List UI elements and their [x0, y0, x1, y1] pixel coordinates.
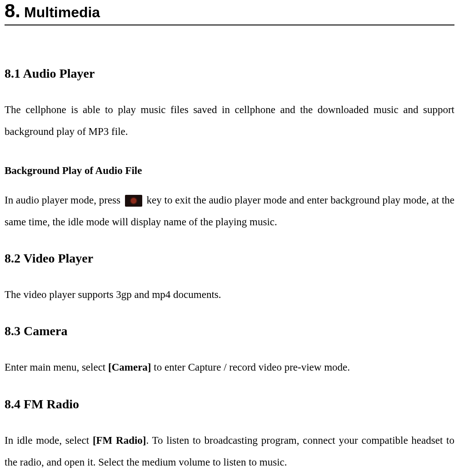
section-heading-video-player: 8.2 Video Player	[5, 251, 454, 266]
fm-text-run1: In idle mode, select	[5, 435, 93, 446]
bg-play-text-before-icon: In audio player mode, press	[5, 194, 123, 206]
chapter-number: 8.	[5, 0, 20, 21]
camera-bold-label: [Camera]	[108, 362, 151, 373]
chapter-title: Multimedia	[24, 4, 100, 20]
background-play-description: In audio player mode, press key to exit …	[5, 189, 454, 233]
camera-text-run1: Enter main menu, select	[5, 362, 108, 373]
video-player-description: The video player supports 3gp and mp4 do…	[5, 284, 454, 306]
section-heading-camera: 8.3 Camera	[5, 324, 454, 338]
camera-text-run2: to enter Capture / record video pre-view…	[151, 362, 350, 373]
section-heading-audio-player: 8.1 Audio Player	[5, 66, 454, 81]
camera-description: Enter main menu, select [Camera] to ente…	[5, 357, 454, 378]
fm-radio-description: In idle mode, select [FM Radio]. To list…	[5, 430, 454, 474]
chapter-header: 8. Multimedia	[5, 0, 454, 25]
subheading-background-play: Background Play of Audio File	[5, 165, 454, 177]
power-key-icon	[125, 195, 142, 207]
audio-player-description: The cellphone is able to play music file…	[5, 99, 454, 143]
section-heading-fm-radio: 8.4 FM Radio	[5, 397, 454, 412]
fm-bold-label: [FM Radio]	[93, 435, 146, 446]
